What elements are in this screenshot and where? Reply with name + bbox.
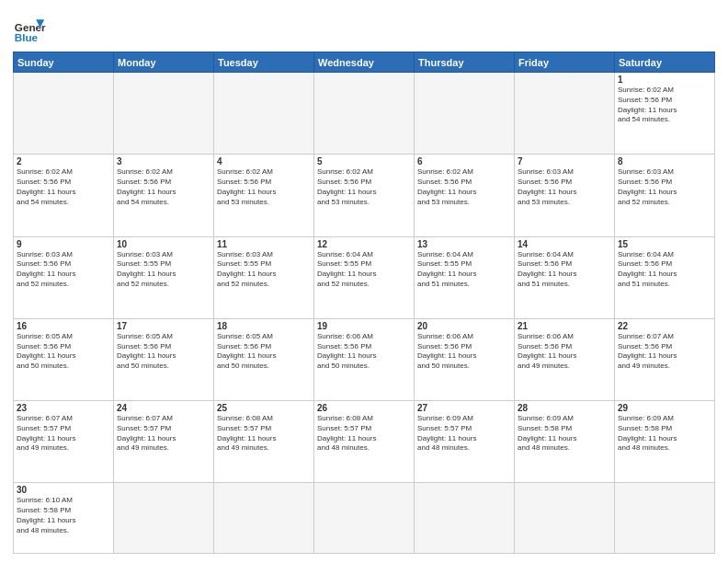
day-info: Sunrise: 6:02 AM Sunset: 5:56 PM Dayligh… (17, 167, 110, 207)
day-number: 28 (518, 403, 611, 413)
calendar-cell (515, 73, 615, 155)
calendar-cell (114, 483, 214, 554)
day-info: Sunrise: 6:05 AM Sunset: 5:56 PM Dayligh… (17, 332, 110, 372)
col-header-tuesday: Tuesday (214, 52, 314, 73)
day-info: Sunrise: 6:09 AM Sunset: 5:57 PM Dayligh… (417, 414, 511, 454)
day-info: Sunrise: 6:03 AM Sunset: 5:55 PM Dayligh… (117, 250, 210, 290)
day-info: Sunrise: 6:04 AM Sunset: 5:55 PM Dayligh… (317, 250, 411, 290)
calendar-cell: 12Sunrise: 6:04 AM Sunset: 5:55 PM Dayli… (314, 236, 415, 318)
calendar-cell (214, 73, 314, 155)
calendar-cell (515, 483, 615, 554)
calendar-cell: 18Sunrise: 6:05 AM Sunset: 5:56 PM Dayli… (214, 318, 314, 400)
day-info: Sunrise: 6:03 AM Sunset: 5:56 PM Dayligh… (17, 250, 110, 290)
calendar-cell: 4Sunrise: 6:02 AM Sunset: 5:56 PM Daylig… (214, 155, 314, 236)
calendar-cell (415, 483, 515, 554)
page-header: General Blue (13, 9, 715, 46)
calendar-cell (615, 483, 715, 554)
calendar-cell: 19Sunrise: 6:06 AM Sunset: 5:56 PM Dayli… (314, 318, 415, 400)
logo-icon: General Blue (13, 13, 46, 46)
day-info: Sunrise: 6:04 AM Sunset: 5:56 PM Dayligh… (618, 250, 711, 290)
col-header-friday: Friday (515, 52, 615, 73)
day-number: 4 (217, 156, 311, 167)
day-info: Sunrise: 6:06 AM Sunset: 5:56 PM Dayligh… (518, 332, 611, 372)
day-info: Sunrise: 6:07 AM Sunset: 5:57 PM Dayligh… (117, 414, 210, 454)
day-info: Sunrise: 6:09 AM Sunset: 5:58 PM Dayligh… (618, 414, 711, 454)
calendar-row-2: 9Sunrise: 6:03 AM Sunset: 5:56 PM Daylig… (14, 236, 715, 318)
day-number: 20 (417, 321, 511, 331)
col-header-saturday: Saturday (615, 52, 715, 73)
calendar-cell: 13Sunrise: 6:04 AM Sunset: 5:55 PM Dayli… (415, 236, 515, 318)
calendar-cell: 9Sunrise: 6:03 AM Sunset: 5:56 PM Daylig… (14, 236, 114, 318)
calendar-cell: 20Sunrise: 6:06 AM Sunset: 5:56 PM Dayli… (415, 318, 515, 400)
calendar-cell: 14Sunrise: 6:04 AM Sunset: 5:56 PM Dayli… (515, 236, 615, 318)
calendar-cell (214, 483, 314, 554)
day-number: 19 (317, 321, 411, 331)
calendar-cell: 22Sunrise: 6:07 AM Sunset: 5:56 PM Dayli… (615, 318, 715, 400)
day-number: 23 (17, 403, 110, 413)
calendar-cell (415, 73, 515, 155)
calendar-cell: 8Sunrise: 6:03 AM Sunset: 5:56 PM Daylig… (615, 155, 715, 236)
calendar-row-0: 1Sunrise: 6:02 AM Sunset: 5:56 PM Daylig… (14, 73, 715, 155)
calendar-cell: 10Sunrise: 6:03 AM Sunset: 5:55 PM Dayli… (114, 236, 214, 318)
day-info: Sunrise: 6:03 AM Sunset: 5:56 PM Dayligh… (618, 167, 711, 207)
calendar-cell: 30Sunrise: 6:10 AM Sunset: 5:58 PM Dayli… (14, 483, 114, 554)
col-header-wednesday: Wednesday (314, 52, 415, 73)
day-info: Sunrise: 6:04 AM Sunset: 5:55 PM Dayligh… (417, 250, 511, 290)
calendar-cell: 26Sunrise: 6:08 AM Sunset: 5:57 PM Dayli… (314, 401, 415, 483)
calendar-cell: 28Sunrise: 6:09 AM Sunset: 5:58 PM Dayli… (515, 401, 615, 483)
calendar-cell: 1Sunrise: 6:02 AM Sunset: 5:56 PM Daylig… (615, 73, 715, 155)
day-info: Sunrise: 6:10 AM Sunset: 5:58 PM Dayligh… (17, 496, 110, 535)
day-number: 3 (117, 156, 210, 167)
day-number: 26 (317, 403, 411, 413)
calendar-cell: 3Sunrise: 6:02 AM Sunset: 5:56 PM Daylig… (114, 155, 214, 236)
calendar-cell: 21Sunrise: 6:06 AM Sunset: 5:56 PM Dayli… (515, 318, 615, 400)
day-number: 6 (417, 156, 511, 167)
day-info: Sunrise: 6:04 AM Sunset: 5:56 PM Dayligh… (518, 250, 611, 290)
col-header-sunday: Sunday (14, 52, 114, 73)
day-number: 14 (518, 239, 611, 249)
day-number: 21 (518, 321, 611, 331)
calendar-cell (314, 483, 415, 554)
day-number: 11 (217, 239, 311, 249)
day-number: 24 (117, 403, 210, 413)
day-number: 12 (317, 239, 411, 249)
day-number: 27 (417, 403, 511, 413)
day-info: Sunrise: 6:02 AM Sunset: 5:56 PM Dayligh… (618, 86, 711, 125)
day-number: 13 (417, 239, 511, 249)
calendar-cell (14, 73, 114, 155)
day-info: Sunrise: 6:02 AM Sunset: 5:56 PM Dayligh… (317, 167, 411, 207)
day-info: Sunrise: 6:03 AM Sunset: 5:56 PM Dayligh… (518, 167, 611, 207)
calendar-cell: 24Sunrise: 6:07 AM Sunset: 5:57 PM Dayli… (114, 401, 214, 483)
calendar-cell: 2Sunrise: 6:02 AM Sunset: 5:56 PM Daylig… (14, 155, 114, 236)
calendar-table: SundayMondayTuesdayWednesdayThursdayFrid… (13, 52, 715, 554)
day-number: 22 (618, 321, 711, 331)
day-info: Sunrise: 6:03 AM Sunset: 5:55 PM Dayligh… (217, 250, 311, 290)
day-number: 17 (117, 321, 210, 331)
day-info: Sunrise: 6:07 AM Sunset: 5:57 PM Dayligh… (17, 414, 110, 454)
calendar-cell: 27Sunrise: 6:09 AM Sunset: 5:57 PM Dayli… (415, 401, 515, 483)
calendar-cell: 29Sunrise: 6:09 AM Sunset: 5:58 PM Dayli… (615, 401, 715, 483)
calendar-cell: 5Sunrise: 6:02 AM Sunset: 5:56 PM Daylig… (314, 155, 415, 236)
day-number: 2 (17, 156, 110, 167)
day-info: Sunrise: 6:07 AM Sunset: 5:56 PM Dayligh… (618, 332, 711, 372)
calendar-cell: 11Sunrise: 6:03 AM Sunset: 5:55 PM Dayli… (214, 236, 314, 318)
day-number: 10 (117, 239, 210, 249)
day-number: 15 (618, 239, 711, 249)
day-info: Sunrise: 6:06 AM Sunset: 5:56 PM Dayligh… (317, 332, 411, 372)
day-info: Sunrise: 6:08 AM Sunset: 5:57 PM Dayligh… (317, 414, 411, 454)
calendar-cell (114, 73, 214, 155)
day-info: Sunrise: 6:02 AM Sunset: 5:56 PM Dayligh… (417, 167, 511, 207)
day-number: 8 (618, 156, 711, 167)
day-number: 1 (618, 75, 711, 85)
calendar-row-1: 2Sunrise: 6:02 AM Sunset: 5:56 PM Daylig… (14, 155, 715, 236)
day-info: Sunrise: 6:05 AM Sunset: 5:56 PM Dayligh… (217, 332, 311, 372)
day-number: 29 (618, 403, 711, 413)
day-info: Sunrise: 6:05 AM Sunset: 5:56 PM Dayligh… (117, 332, 210, 372)
calendar-cell: 17Sunrise: 6:05 AM Sunset: 5:56 PM Dayli… (114, 318, 214, 400)
svg-text:Blue: Blue (15, 31, 39, 43)
calendar-cell: 6Sunrise: 6:02 AM Sunset: 5:56 PM Daylig… (415, 155, 515, 236)
day-info: Sunrise: 6:08 AM Sunset: 5:57 PM Dayligh… (217, 414, 311, 454)
calendar-row-5: 30Sunrise: 6:10 AM Sunset: 5:58 PM Dayli… (14, 483, 715, 554)
calendar-row-3: 16Sunrise: 6:05 AM Sunset: 5:56 PM Dayli… (14, 318, 715, 400)
calendar-row-4: 23Sunrise: 6:07 AM Sunset: 5:57 PM Dayli… (14, 401, 715, 483)
